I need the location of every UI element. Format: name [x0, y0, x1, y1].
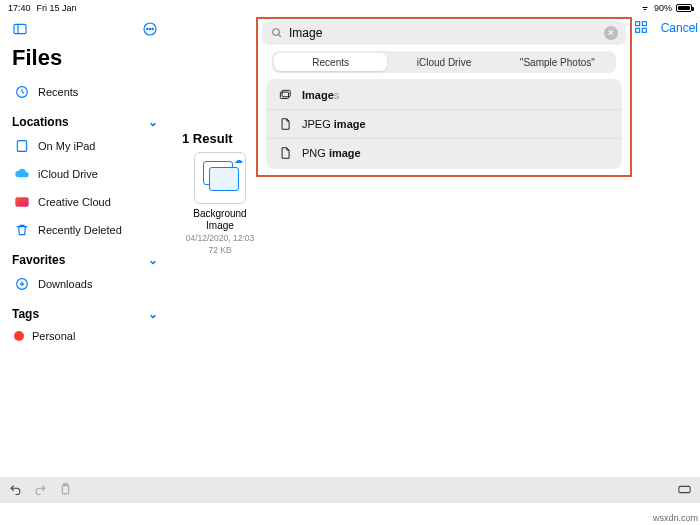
sidebar-item-label: On My iPad — [38, 140, 95, 152]
sidebar-item-label: Creative Cloud — [38, 196, 111, 208]
trash-icon — [14, 222, 30, 238]
file-thumbnail: ☁︎ — [194, 152, 246, 204]
paste-icon[interactable] — [58, 482, 73, 499]
sidebar-item-creative-cloud[interactable]: Creative Cloud — [10, 189, 160, 215]
search-icon — [270, 26, 283, 41]
svg-rect-16 — [642, 28, 646, 32]
battery-percent: 90% — [654, 3, 672, 13]
file-item[interactable]: ☁︎ Background Image 04/12/2020, 12:03 72… — [182, 152, 258, 255]
clock-icon — [14, 84, 30, 100]
sidebar-item-label: Recents — [38, 86, 78, 98]
chevron-down-icon: ⌄ — [148, 307, 158, 321]
svg-rect-8 — [15, 197, 28, 206]
cloud-download-icon: ☁︎ — [234, 155, 243, 165]
sidebar: Files Recents Locations ⌄ On My iPad iCl… — [0, 15, 170, 503]
section-favorites[interactable]: Favorites ⌄ — [10, 245, 160, 269]
svg-point-4 — [149, 28, 150, 29]
sidebar-toggle-icon[interactable] — [12, 21, 28, 39]
suggestion-jpeg[interactable]: JPEG image — [266, 110, 622, 139]
svg-rect-7 — [17, 141, 26, 152]
ipad-icon — [14, 138, 30, 154]
file-icon — [278, 146, 292, 160]
file-date: 04/12/2020, 12:03 — [182, 233, 258, 243]
search-scope-segmented[interactable]: Recents iCloud Drive "Sample Photos" — [272, 51, 616, 73]
search-input[interactable] — [289, 26, 598, 40]
sidebar-item-label: Personal — [32, 330, 75, 342]
file-size: 72 KB — [182, 245, 258, 255]
scope-sample-photos[interactable]: "Sample Photos" — [501, 53, 614, 71]
suggestion-images[interactable]: Images — [266, 81, 622, 110]
tag-dot-icon — [14, 331, 24, 341]
creative-cloud-icon — [14, 194, 30, 210]
cancel-button[interactable]: Cancel — [661, 21, 700, 35]
svg-point-10 — [273, 28, 280, 34]
app-title: Files — [10, 45, 160, 77]
image-stack-icon — [278, 88, 292, 102]
chevron-down-icon: ⌄ — [148, 115, 158, 129]
sidebar-item-label: Recently Deleted — [38, 224, 122, 236]
svg-rect-19 — [679, 486, 690, 492]
sidebar-item-tag-personal[interactable]: Personal — [10, 325, 160, 347]
status-time: 17:40 — [8, 3, 31, 13]
main-content: ✕ Recents iCloud Drive "Sample Photos" I… — [170, 15, 700, 503]
scope-recents[interactable]: Recents — [274, 53, 387, 71]
more-icon[interactable] — [142, 21, 158, 39]
sidebar-item-downloads[interactable]: Downloads — [10, 271, 160, 297]
svg-rect-11 — [280, 92, 288, 98]
svg-rect-15 — [635, 28, 639, 32]
sidebar-item-on-my-ipad[interactable]: On My iPad — [10, 133, 160, 159]
scope-icloud-drive[interactable]: iCloud Drive — [387, 53, 500, 71]
cloud-icon — [14, 166, 30, 182]
watermark: wsxdn.com — [653, 513, 698, 523]
search-field[interactable]: ✕ — [262, 21, 626, 45]
search-panel: ✕ Recents iCloud Drive "Sample Photos" I… — [256, 17, 632, 177]
status-bar: 17:40 Fri 15 Jan 90% — [0, 0, 700, 15]
section-locations[interactable]: Locations ⌄ — [10, 107, 160, 131]
sidebar-item-label: iCloud Drive — [38, 168, 98, 180]
keyboard-icon[interactable] — [677, 482, 692, 499]
svg-rect-14 — [642, 22, 646, 26]
sidebar-item-icloud-drive[interactable]: iCloud Drive — [10, 161, 160, 187]
sidebar-item-recently-deleted[interactable]: Recently Deleted — [10, 217, 160, 243]
svg-point-3 — [147, 28, 148, 29]
battery-icon — [676, 4, 692, 12]
chevron-down-icon: ⌄ — [148, 253, 158, 267]
redo-icon[interactable] — [33, 482, 48, 499]
sidebar-item-label: Downloads — [38, 278, 92, 290]
status-date: Fri 15 Jan — [37, 3, 77, 13]
suggestion-png[interactable]: PNG image — [266, 139, 622, 167]
sidebar-item-recents[interactable]: Recents — [10, 79, 160, 105]
svg-rect-12 — [282, 90, 290, 96]
file-name: Background Image — [182, 208, 258, 231]
svg-point-5 — [152, 28, 153, 29]
svg-rect-17 — [62, 485, 68, 494]
wifi-icon — [640, 4, 650, 12]
download-icon — [14, 276, 30, 292]
clear-search-icon[interactable]: ✕ — [604, 26, 618, 40]
svg-rect-0 — [14, 24, 26, 33]
undo-icon[interactable] — [8, 482, 23, 499]
bottom-toolbar — [0, 477, 700, 503]
file-icon — [278, 117, 292, 131]
grid-view-icon[interactable] — [629, 19, 653, 37]
section-tags[interactable]: Tags ⌄ — [10, 299, 160, 323]
search-suggestions: Images JPEG image PNG image — [266, 79, 622, 169]
svg-rect-13 — [635, 22, 639, 26]
